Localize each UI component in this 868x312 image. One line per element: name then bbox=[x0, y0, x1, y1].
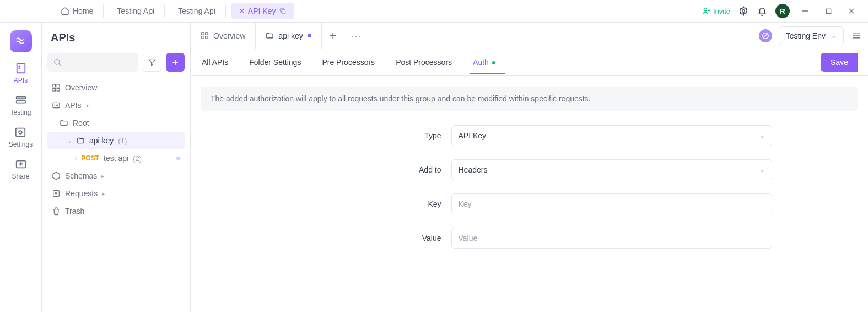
filter-button[interactable] bbox=[143, 53, 161, 72]
request-method: POST bbox=[81, 154, 99, 162]
project-tab-1[interactable]: Testing Api bbox=[109, 3, 165, 19]
subnav: All APIs Folder Settings Pre Processors … bbox=[191, 49, 868, 76]
doc-tab-overview[interactable]: Overview bbox=[191, 23, 256, 49]
value-input[interactable] bbox=[459, 234, 765, 243]
folder-open-icon bbox=[76, 136, 85, 145]
panel-menu[interactable] bbox=[850, 30, 862, 42]
tree-schemas[interactable]: Schemas ▸ bbox=[47, 168, 185, 184]
chevron-right-icon: ▸ bbox=[101, 173, 104, 179]
svg-point-2 bbox=[742, 10, 745, 13]
type-select[interactable]: API Key ⌄ bbox=[451, 125, 772, 146]
type-value: API Key bbox=[459, 131, 487, 140]
chevron-down-icon: ⌄ bbox=[831, 32, 837, 40]
svg-point-15 bbox=[55, 60, 60, 64]
save-button[interactable]: Save bbox=[821, 53, 858, 72]
tree-api-key-folder[interactable]: ⌄ api key (1) bbox=[47, 132, 185, 149]
share-icon bbox=[15, 158, 27, 170]
tree-root-folder[interactable]: Root bbox=[47, 115, 185, 131]
add-to-select[interactable]: Headers ⌄ bbox=[451, 159, 772, 180]
sidebar-search[interactable] bbox=[47, 53, 138, 72]
window-minimize[interactable] bbox=[797, 3, 813, 19]
svg-point-13 bbox=[19, 131, 23, 134]
project-tab-active[interactable]: ✕ API Key bbox=[231, 3, 295, 19]
svg-rect-22 bbox=[57, 88, 60, 91]
close-icon bbox=[848, 8, 855, 14]
schema-icon bbox=[52, 171, 61, 180]
tree-requests-label: Requests bbox=[65, 189, 98, 198]
no-environment-icon bbox=[762, 32, 769, 40]
tree-schemas-label: Schemas bbox=[65, 171, 97, 180]
env-indicator[interactable] bbox=[759, 29, 772, 42]
gear-icon bbox=[738, 6, 748, 16]
invite-label: Invite bbox=[713, 7, 730, 15]
subnav-folder-settings[interactable]: Folder Settings bbox=[248, 58, 302, 67]
doc-tab-more[interactable]: ⋯ bbox=[344, 23, 368, 49]
tree-requests[interactable]: Requests ▸ bbox=[47, 185, 185, 202]
chevron-down-icon: ⌄ bbox=[67, 138, 72, 144]
invite-button[interactable]: Invite bbox=[702, 7, 730, 15]
trash-icon bbox=[52, 207, 61, 216]
request-name: test api bbox=[104, 154, 128, 163]
close-tab-icon[interactable]: ✕ bbox=[239, 7, 245, 15]
key-input-wrap bbox=[451, 193, 772, 214]
home-tab-label: Home bbox=[73, 7, 93, 15]
add-button[interactable] bbox=[166, 53, 185, 72]
avatar-initial: R bbox=[780, 7, 785, 15]
environment-select[interactable]: Testing Env ⌄ bbox=[779, 26, 844, 45]
tree-trash-label: Trash bbox=[65, 207, 84, 216]
project-tab-active-label: API Key bbox=[248, 7, 276, 15]
maximize-icon bbox=[826, 8, 832, 14]
auth-notice: The added authorization will apply to al… bbox=[201, 87, 858, 111]
svg-rect-25 bbox=[202, 33, 204, 35]
sidebar-title-row: APIs bbox=[47, 30, 185, 47]
user-avatar[interactable]: R bbox=[775, 4, 790, 18]
settings-icon-button[interactable] bbox=[738, 6, 749, 17]
tree-overview[interactable]: Overview bbox=[47, 79, 185, 96]
doc-tab-add[interactable]: + bbox=[322, 23, 344, 49]
subnav-auth[interactable]: Auth bbox=[472, 58, 497, 67]
subnav-post-processors[interactable]: Post Processors bbox=[395, 58, 453, 67]
doc-tab-overview-label: Overview bbox=[213, 31, 245, 40]
rail-apis[interactable]: APIs bbox=[14, 62, 28, 84]
project-tab-2[interactable]: Testing Api bbox=[170, 3, 226, 19]
key-input[interactable] bbox=[459, 200, 765, 208]
project-tab-2-label: Testing Api bbox=[178, 7, 215, 15]
environment-label: Testing Env bbox=[786, 31, 826, 40]
window-close[interactable] bbox=[844, 3, 859, 19]
svg-rect-21 bbox=[53, 88, 56, 91]
rail-testing[interactable]: Testing bbox=[10, 94, 31, 116]
logo-icon bbox=[15, 35, 27, 47]
rail-settings-label: Settings bbox=[9, 141, 33, 148]
home-tab[interactable]: Home bbox=[53, 3, 104, 19]
value-label: Value bbox=[287, 234, 441, 243]
subnav-pre-processors[interactable]: Pre Processors bbox=[321, 58, 376, 67]
doc-tab-api-key-label: api key bbox=[278, 31, 303, 40]
content-area: Overview api key + ⋯ Testing Env ⌄ bbox=[191, 23, 868, 312]
tree-request-test-api[interactable]: › POST test api (2) bbox=[47, 150, 185, 166]
doc-tab-api-key[interactable]: api key bbox=[256, 23, 321, 49]
rail-testing-label: Testing bbox=[10, 109, 31, 116]
external-icon bbox=[279, 7, 287, 15]
sidebar: APIs Overview APIs ▾ bbox=[42, 23, 191, 312]
rail-share[interactable]: Share bbox=[12, 158, 29, 180]
window-maximize[interactable] bbox=[821, 3, 836, 19]
plus-icon: + bbox=[330, 29, 337, 43]
minimize-icon bbox=[802, 8, 808, 14]
rail-settings[interactable]: Settings bbox=[9, 126, 33, 148]
subnav-all-apis[interactable]: All APIs bbox=[201, 58, 229, 67]
svg-rect-7 bbox=[17, 64, 25, 73]
tree-root-label: Root bbox=[73, 119, 89, 127]
save-button-label: Save bbox=[831, 58, 848, 67]
folder-icon bbox=[60, 119, 68, 127]
auth-panel: The added authorization will apply to al… bbox=[191, 76, 868, 312]
chevron-down-icon: ⌄ bbox=[759, 166, 765, 174]
tree-apis-root[interactable]: APIs ▾ bbox=[47, 97, 185, 114]
svg-rect-20 bbox=[57, 84, 60, 87]
chevron-down-icon: ⌄ bbox=[759, 132, 765, 139]
tree-trash[interactable]: Trash bbox=[47, 203, 185, 219]
subnav-post-label: Post Processors bbox=[396, 58, 452, 67]
app-logo[interactable] bbox=[10, 30, 32, 52]
subnav-folder-settings-label: Folder Settings bbox=[249, 58, 301, 67]
notifications-button[interactable] bbox=[757, 6, 768, 17]
svg-rect-26 bbox=[206, 33, 208, 35]
